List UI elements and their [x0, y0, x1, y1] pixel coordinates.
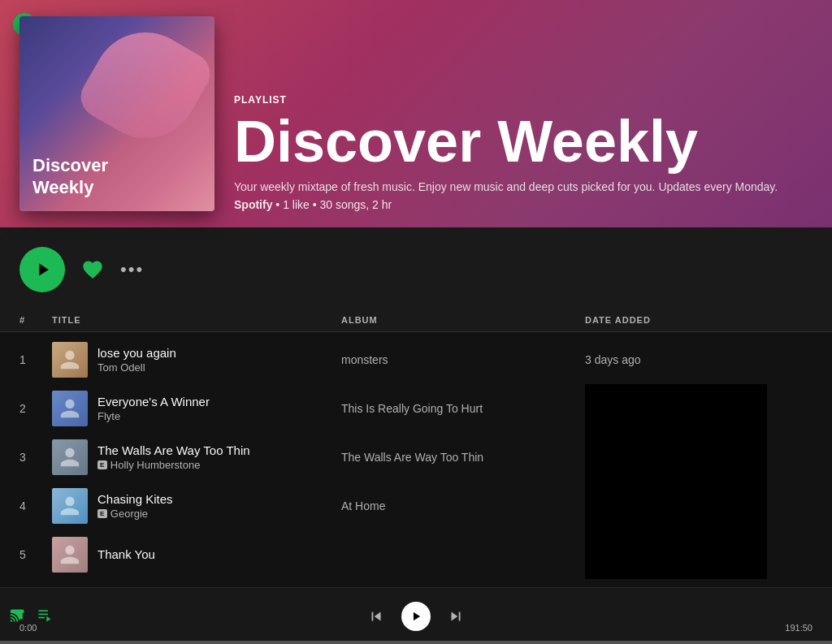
- track-name: The Walls Are Way Too Thin: [98, 443, 250, 457]
- track-date-added: 3 days ago: [585, 353, 748, 366]
- player-time-total: 191:50: [785, 623, 812, 633]
- more-options-button[interactable]: •••: [120, 259, 144, 280]
- track-thumbnail: [52, 537, 88, 573]
- playlist-play-button[interactable]: [20, 247, 65, 292]
- svg-marker-1: [39, 264, 49, 276]
- playlist-likes: 1 like: [283, 198, 310, 211]
- track-thumbnail: [52, 342, 88, 378]
- track-info: Everyone's A Winner Flyte: [52, 391, 341, 426]
- skip-previous-icon: [367, 607, 385, 625]
- skip-next-icon: [447, 607, 465, 625]
- skip-next-button[interactable]: [447, 607, 465, 625]
- explicit-badge: E: [98, 509, 107, 518]
- track-album: At Home: [341, 499, 585, 512]
- track-album: monsters: [341, 353, 585, 366]
- track-list: 1 lose you again Tom Odell monsters 3 da…: [0, 335, 832, 579]
- col-header-duration: [748, 315, 812, 325]
- skip-previous-button[interactable]: [367, 607, 385, 625]
- album-art-line2: Weekly: [32, 177, 108, 198]
- player-play-icon: [411, 611, 422, 622]
- track-info: The Walls Are Way Too Thin E Holly Humbe…: [52, 439, 341, 475]
- col-header-num: #: [20, 315, 52, 325]
- track-number: 4: [20, 499, 52, 512]
- svg-rect-4: [38, 617, 45, 619]
- cast-icon: [10, 607, 26, 624]
- play-icon: [36, 261, 52, 278]
- track-text: lose you again Tom Odell: [98, 346, 176, 374]
- track-info: Thank You: [52, 537, 341, 573]
- track-date-added: [585, 482, 767, 530]
- track-date-added: [585, 384, 767, 433]
- header-info: PLAYLIST Discover Weekly Your weekly mix…: [234, 94, 812, 211]
- player-left-controls: [0, 587, 62, 644]
- album-art-title: Discover Weekly: [32, 155, 108, 198]
- track-artist: Tom Odell: [98, 361, 176, 374]
- bottom-player: 0:00 191:50: [0, 587, 832, 644]
- track-text: Thank You: [98, 547, 155, 563]
- track-thumbnail: [52, 439, 88, 475]
- player-time-elapsed: 0:00: [20, 623, 37, 633]
- col-header-date: DATE ADDED: [585, 315, 748, 325]
- track-album: This Is Really Going To Hurt: [341, 402, 585, 415]
- col-header-album: ALBUM: [341, 315, 585, 325]
- track-info: Chasing Kites E Georgie: [52, 488, 341, 524]
- album-art-decoration: [73, 13, 218, 158]
- track-thumbnail: [52, 391, 88, 426]
- controls-bar: •••: [0, 227, 832, 312]
- track-artist: Flyte: [98, 410, 210, 422]
- playlist-meta: Spotify • 1 like • 30 songs, 2 hr: [234, 198, 812, 211]
- cast-button[interactable]: [10, 607, 26, 624]
- playlist-description: Your weekly mixtape of fresh music. Enjo…: [234, 180, 812, 193]
- playlist-meta-separator2: •: [313, 198, 320, 211]
- track-name: Chasing Kites: [98, 492, 173, 506]
- track-name: Thank You: [98, 547, 155, 561]
- track-number: 1: [20, 353, 52, 366]
- table-row[interactable]: 2 Everyone's A Winner Flyte This Is Real…: [0, 384, 832, 433]
- player-play-button[interactable]: [401, 602, 431, 631]
- queue-icon: [36, 607, 52, 624]
- track-text: The Walls Are Way Too Thin E Holly Humbe…: [98, 443, 250, 471]
- page-header: Discover Weekly PLAYLIST Discover Weekly…: [0, 0, 832, 227]
- track-name: lose you again: [98, 346, 176, 360]
- table-row[interactable]: 4 Chasing Kites E Georgie At Home: [0, 482, 832, 530]
- playlist-meta-separator: •: [275, 198, 283, 211]
- playlist-author: Spotify: [234, 198, 272, 211]
- track-artist: E Georgie: [98, 508, 173, 520]
- track-album: The Walls Are Way Too Thin: [341, 451, 585, 464]
- playlist-title: Discover Weekly: [234, 112, 812, 171]
- progress-bar[interactable]: [0, 641, 832, 644]
- track-number: 2: [20, 402, 52, 415]
- heart-icon: [81, 258, 104, 281]
- more-options-label: •••: [120, 259, 144, 280]
- track-table-header: # TITLE ALBUM DATE ADDED: [0, 312, 832, 332]
- col-header-title: TITLE: [52, 315, 341, 325]
- svg-marker-6: [414, 612, 420, 620]
- track-number: 5: [20, 548, 52, 561]
- table-row[interactable]: 3 The Walls Are Way Too Thin E Holly Hum…: [0, 433, 832, 482]
- table-row[interactable]: 1 lose you again Tom Odell monsters 3 da…: [0, 335, 832, 384]
- track-artist: E Holly Humberstone: [98, 459, 250, 471]
- album-art-line1: Discover: [32, 155, 108, 176]
- explicit-badge: E: [98, 460, 107, 469]
- track-date-added: [585, 530, 767, 579]
- playlist-type-label: PLAYLIST: [234, 94, 812, 106]
- queue-button[interactable]: [36, 607, 52, 624]
- svg-marker-5: [46, 616, 50, 622]
- track-thumbnail: [52, 488, 88, 524]
- playlist-song-count: 30 songs, 2 hr: [320, 198, 392, 211]
- svg-rect-2: [38, 610, 48, 612]
- track-info: lose you again Tom Odell: [52, 342, 341, 378]
- track-name: Everyone's A Winner: [98, 395, 210, 408]
- album-art: Discover Weekly: [20, 16, 214, 211]
- track-number: 3: [20, 451, 52, 464]
- svg-rect-3: [38, 614, 48, 616]
- track-text: Everyone's A Winner Flyte: [98, 395, 210, 422]
- table-row[interactable]: 5 Thank You: [0, 530, 832, 579]
- track-text: Chasing Kites E Georgie: [98, 492, 173, 520]
- track-date-added: [585, 433, 767, 482]
- like-button[interactable]: [81, 258, 104, 281]
